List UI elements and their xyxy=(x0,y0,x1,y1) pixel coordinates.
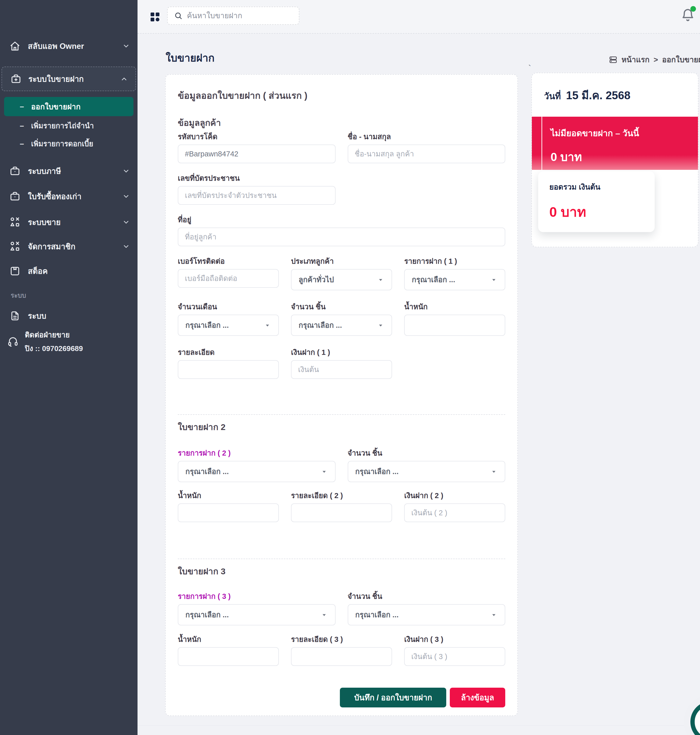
home-icon xyxy=(10,41,20,51)
deposit-item-2-select[interactable]: กรุณาเลือก ... xyxy=(178,461,335,482)
pieces-3-field: จำนวน ชิ้น กรุณาเลือก ... xyxy=(348,592,506,625)
headset-icon xyxy=(7,336,18,347)
chevron-down-icon xyxy=(377,321,384,329)
sidebar-group-pawn-system[interactable]: ระบบใบขายฝาก xyxy=(1,67,136,91)
chevron-down-icon xyxy=(122,219,130,226)
sidebar-item-label: ระบบ xyxy=(28,310,46,322)
weight-label: น้ำหนัก xyxy=(404,302,505,311)
customer-type-field: ประเภทลูกค้า ลูกค้าทั่วไป xyxy=(291,257,392,290)
clear-data-button[interactable]: ล้างข้อมูล xyxy=(450,688,505,707)
select-value: กรุณาเลือก ... xyxy=(185,609,229,621)
deposit-item-1-label: รายการฝาก ( 1 ) xyxy=(404,257,505,266)
customer-name-input[interactable] xyxy=(348,145,506,163)
sidebar-item-label: ระบบภาษี xyxy=(28,165,61,178)
months-label: จำนวนเดือน xyxy=(178,302,279,311)
total-amount: 0 บาท xyxy=(549,201,644,223)
barcode-input[interactable] xyxy=(178,145,335,163)
dash-bullet: – xyxy=(20,122,24,130)
detail-1-input[interactable] xyxy=(178,360,279,379)
deposit-item-3-field: รายการฝาก ( 3 ) กรุณาเลือก ... xyxy=(178,592,335,625)
contact-title: ติดต่อฝ่ายขาย xyxy=(25,329,83,341)
phone-field: เบอร์โทรติดต่อ xyxy=(178,257,279,290)
pieces-2-select[interactable]: กรุณาเลือก ... xyxy=(348,461,506,482)
deposit-item-2-label: รายการฝาก ( 2 ) xyxy=(178,449,335,457)
pieces-3-select[interactable]: กรุณาเลือก ... xyxy=(348,604,506,625)
sidebar-item-issue-pawn-ticket-active[interactable]: – ออกใบขายฝาก xyxy=(4,97,134,116)
id-card-label: เลขที่บัตรประชาชน xyxy=(178,174,335,182)
deposit-amount-3-input[interactable] xyxy=(404,647,505,666)
detail-2-input[interactable] xyxy=(291,503,392,522)
barcode-field: รหัสบารโค็ด xyxy=(178,132,335,163)
shapes-icon xyxy=(10,241,20,252)
deposit-amount-1-input[interactable] xyxy=(291,360,392,379)
package-icon xyxy=(10,266,20,276)
deposit-amount-2-label: เงินฝาก ( 2 ) xyxy=(404,491,505,500)
breadcrumb-home[interactable]: หน้าแรก xyxy=(622,54,650,66)
phone-input[interactable] xyxy=(178,269,279,288)
top-header-bar xyxy=(138,0,700,34)
deposit-amount-2-input[interactable] xyxy=(404,503,505,522)
sidebar-item-add-redeem[interactable]: – เพิ่มรายการไถ่จำนำ xyxy=(0,117,138,135)
date-value: 15 มี.ค. 2568 xyxy=(566,89,630,101)
daily-summary-panel: วันที่ 15 มี.ค. 2568 ไม่มียอดขายฝาก – วั… xyxy=(531,73,699,247)
weight-2-input[interactable] xyxy=(178,503,279,522)
content-bottom-divider xyxy=(138,725,700,726)
deposit-amount-2-field: เงินฝาก ( 2 ) xyxy=(404,491,505,522)
weight-3-input[interactable] xyxy=(178,647,279,666)
chevron-down-icon xyxy=(264,321,271,329)
customer-info-title: ข้อมูลลูกค้า xyxy=(178,117,505,128)
briefcase-icon xyxy=(10,191,20,202)
detail-3-label: รายละเอียด ( 3 ) xyxy=(291,635,392,644)
chevron-down-icon xyxy=(490,276,498,283)
date-line: วันที่ 15 มี.ค. 2568 xyxy=(532,86,698,104)
sidebar-item-system[interactable]: ระบบ xyxy=(0,307,138,325)
deposit-amount-3-label: เงินฝาก ( 3 ) xyxy=(404,635,505,644)
customer-type-select[interactable]: ลูกค้าทั่วไป xyxy=(291,269,392,290)
deposit-amount-1-field: เงินฝาก ( 1 ) xyxy=(291,348,392,379)
deposit-item-1-field: รายการฝาก ( 1 ) กรุณาเลือก ... xyxy=(404,257,505,290)
chevron-down-icon xyxy=(377,276,384,283)
sidebar-item-add-interest[interactable]: – เพิ่มรายการดอกเบี้ย xyxy=(0,135,138,153)
sidebar-group-label: ระบบใบขายฝาก xyxy=(28,73,84,85)
months-field: จำนวนเดือน กรุณาเลือก ... xyxy=(178,302,279,336)
section-divider xyxy=(178,559,505,559)
address-input[interactable] xyxy=(178,227,505,246)
dash-bullet: – xyxy=(20,139,24,148)
sidebar-item-label: สลับแอพ Owner xyxy=(28,40,84,52)
sidebar-item-label: ออกใบขายฝาก xyxy=(31,101,81,113)
sidebar-item-sales-system[interactable]: ระบบขาย xyxy=(0,213,138,231)
customer-name-label: ชื่อ - นามสกุล xyxy=(348,132,506,141)
sidebar-section-label: ระบบ xyxy=(11,290,26,301)
deposit-item-1-select[interactable]: กรุณาเลือก ... xyxy=(404,269,505,290)
sidebar-item-label: ใบรับซื้อทองเก่า xyxy=(28,190,82,203)
sidebar-contact-sales[interactable]: ติดต่อฝ่ายขาย ปิง :: 0970269689 xyxy=(7,329,83,354)
pieces-select[interactable]: กรุณาเลือก ... xyxy=(291,315,392,336)
stray-character: ` xyxy=(528,63,531,73)
weight-2-field: น้ำหนัก xyxy=(178,491,279,522)
weight-input[interactable] xyxy=(404,315,505,336)
sidebar-item-member-management[interactable]: จัดการสมาชิก xyxy=(0,238,138,255)
search-input[interactable] xyxy=(187,11,299,20)
sidebar-item-stock[interactable]: สต็อค xyxy=(0,262,138,280)
dashboard-grid-icon[interactable] xyxy=(149,12,160,22)
sidebar-item-app-switch[interactable]: สลับแอพ Owner xyxy=(0,37,138,55)
chevron-down-icon xyxy=(490,611,498,619)
floating-chat-button[interactable] xyxy=(690,701,700,735)
save-issue-button[interactable]: บันทึก / ออกใบขายฝาก xyxy=(340,688,446,707)
sidebar-item-tax-system[interactable]: ระบบภาษี xyxy=(0,162,138,180)
months-select[interactable]: กรุณาเลือก ... xyxy=(178,315,279,336)
chevron-down-icon xyxy=(122,167,130,175)
sidebar-item-old-gold-receipt[interactable]: ใบรับซื้อทองเก่า xyxy=(0,188,138,205)
customer-type-label: ประเภทลูกค้า xyxy=(291,257,392,266)
form-section3-title: ใบขายฝาก 3 xyxy=(178,566,505,577)
deposit-item-3-select[interactable]: กรุณาเลือก ... xyxy=(178,604,335,625)
principal-total-card: ยอดรวม เงินต้น 0 บาท xyxy=(538,171,655,232)
banner-title: ไม่มียอดขายฝาก – วันนี้ xyxy=(551,126,639,140)
sidebar-item-label: เพิ่มรายการไถ่จำนำ xyxy=(31,120,94,132)
chevron-down-icon xyxy=(321,611,328,619)
select-value: กรุณาเลือก ... xyxy=(355,466,399,477)
id-card-input[interactable] xyxy=(178,186,335,205)
detail-3-input[interactable] xyxy=(291,647,392,666)
detail-1-label: รายละเอียด xyxy=(178,348,279,356)
pieces-2-label: จำนวน ชิ้น xyxy=(348,449,506,457)
